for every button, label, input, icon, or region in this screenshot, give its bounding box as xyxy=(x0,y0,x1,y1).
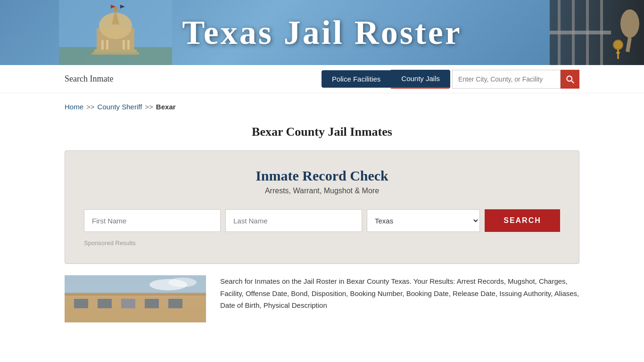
record-check-subtitle: Arrests, Warrant, Mugshot & More xyxy=(84,187,560,195)
breadcrumb: Home >> County Sheriff >> Bexar xyxy=(0,93,644,120)
record-check-title: Inmate Record Check xyxy=(84,168,560,184)
svg-rect-38 xyxy=(65,293,206,296)
search-inmate-label: Search Inmate xyxy=(65,74,322,84)
facility-search-input[interactable] xyxy=(452,70,561,89)
breadcrumb-home[interactable]: Home xyxy=(65,103,83,111)
svg-rect-10 xyxy=(94,49,137,52)
first-name-input[interactable] xyxy=(84,209,221,232)
banner-title-area: Texas Jail Roster xyxy=(182,13,462,52)
svg-point-27 xyxy=(567,76,572,81)
state-select[interactable]: Texas Alabama Alaska Arizona Arkansas Ca… xyxy=(367,209,480,232)
site-title: Texas Jail Roster xyxy=(182,14,462,51)
description-text: Search for Inmates on the Jail Roster in… xyxy=(220,275,579,322)
svg-point-31 xyxy=(168,278,197,287)
svg-point-22 xyxy=(620,9,639,38)
inmate-search-button[interactable]: SEARCH xyxy=(485,209,560,232)
svg-rect-6 xyxy=(101,40,104,49)
building-svg xyxy=(65,275,206,322)
breadcrumb-current: Bexar xyxy=(156,103,176,111)
breadcrumb-sep1: >> xyxy=(86,103,95,111)
svg-rect-8 xyxy=(123,40,125,49)
breadcrumb-county-sheriff[interactable]: County Sheriff xyxy=(98,103,142,111)
page-title: Bexar County Jail Inmates xyxy=(0,120,644,150)
nav-bar: Search Inmate Police Facilities County J… xyxy=(0,65,644,93)
right-image-area xyxy=(550,0,644,65)
search-icon xyxy=(565,74,575,84)
svg-point-24 xyxy=(613,40,623,49)
svg-rect-7 xyxy=(106,40,108,49)
svg-rect-5 xyxy=(114,7,117,11)
svg-rect-11 xyxy=(92,52,139,55)
facility-search-button[interactable] xyxy=(561,70,579,89)
svg-line-23 xyxy=(627,38,630,52)
svg-rect-37 xyxy=(168,299,182,308)
svg-line-28 xyxy=(571,80,574,82)
bottom-section: Search for Inmates on the Jail Roster in… xyxy=(0,275,644,322)
last-name-input[interactable] xyxy=(225,209,362,232)
tab-county-jails[interactable]: County Jails xyxy=(391,70,450,89)
breadcrumb-sep2: >> xyxy=(145,103,153,111)
inmate-search-form: Texas Alabama Alaska Arizona Arkansas Ca… xyxy=(84,209,560,232)
svg-rect-35 xyxy=(121,299,135,308)
tab-police-facilities[interactable]: Police Facilities xyxy=(322,70,391,88)
record-check-box: Inmate Record Check Arrests, Warrant, Mu… xyxy=(65,150,579,264)
sponsored-results-label: Sponsored Results xyxy=(84,239,560,247)
facility-search-wrapper xyxy=(452,70,579,89)
capitol-image-area xyxy=(59,0,172,65)
header-banner: Texas Jail Roster xyxy=(0,0,644,65)
svg-rect-33 xyxy=(74,299,88,308)
nav-tabs: Police Facilities County Jails xyxy=(322,70,450,89)
svg-rect-34 xyxy=(98,299,112,308)
svg-rect-36 xyxy=(145,299,159,308)
svg-rect-9 xyxy=(127,40,130,49)
building-thumbnail xyxy=(65,275,206,322)
